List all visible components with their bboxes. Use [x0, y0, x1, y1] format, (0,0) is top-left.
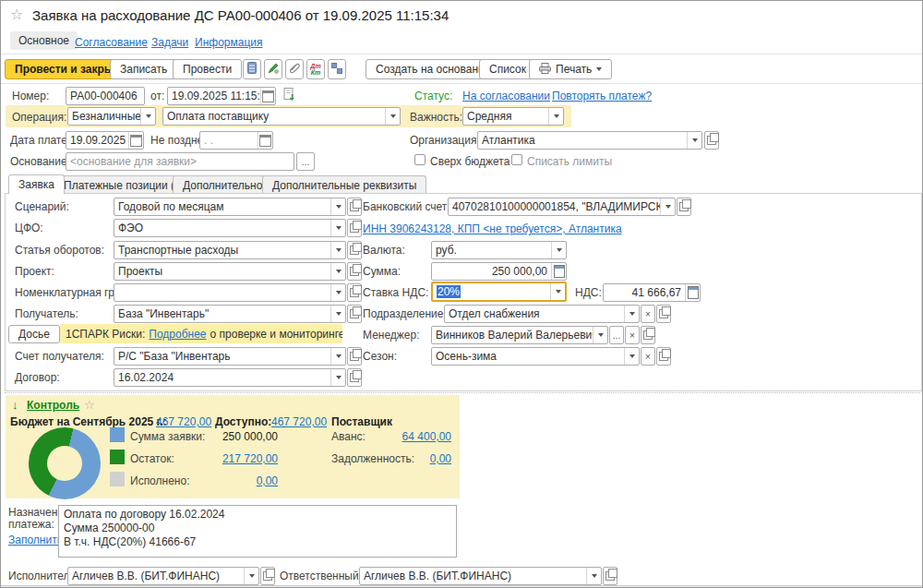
responsible-open-button[interactable] [603, 567, 617, 585]
collapse-arrow-icon[interactable]: ↓ [12, 398, 18, 412]
purpose-textarea[interactable]: Оплата по договору 16.02.2024 Сумма 2500… [58, 505, 457, 558]
season-open-button[interactable] [656, 347, 671, 366]
amount-input[interactable]: 250 000,00 [431, 262, 567, 281]
scenario-select[interactable]: Годовой по месяцам [114, 198, 346, 216]
department-clear-button[interactable]: × [641, 305, 655, 323]
calculator-icon[interactable] [685, 284, 700, 301]
over-budget-checkbox[interactable] [414, 154, 426, 165]
calendar-icon[interactable] [128, 132, 143, 149]
document-register-button[interactable] [243, 59, 261, 79]
inn-kpp-link[interactable]: ИНН 3906243128, КПП <не требуется>, Атла… [363, 222, 622, 235]
nav-tab-info[interactable]: Информация [195, 36, 262, 49]
available-value-link[interactable]: 467 720,00 [271, 415, 327, 428]
nav-tab-approval[interactable]: Согласование [75, 36, 148, 49]
tab-additional[interactable]: Дополнительно [173, 175, 272, 194]
recipient-open-button[interactable] [347, 305, 362, 323]
cfo-select[interactable]: ФЭО [114, 219, 346, 237]
related-documents-button[interactable] [328, 59, 346, 79]
recipient-account-select[interactable]: Р/С "База "Инвентарь [114, 347, 346, 366]
currency-select[interactable]: руб. [431, 241, 567, 259]
favorite-star-icon[interactable]: ☆ [10, 7, 23, 22]
debit-credit-button[interactable]: ДтКт [306, 59, 325, 79]
dossier-button[interactable]: Досье [8, 325, 60, 343]
write-off-limits-checkbox[interactable] [511, 154, 522, 165]
open-icon [263, 571, 272, 581]
operation-type-select[interactable]: Безналичные [67, 107, 156, 126]
chevron-down-icon[interactable] [687, 132, 701, 149]
chevron-down-icon[interactable] [140, 108, 155, 125]
control-link[interactable]: Контроль [27, 399, 79, 412]
importance-select[interactable]: Средняя [462, 107, 564, 126]
vat-amount-input[interactable]: 41 666,67 [603, 283, 701, 302]
executor-open-button[interactable] [260, 567, 275, 585]
status-link[interactable]: На согласовании [462, 90, 550, 102]
recipient-account-label: Счет получателя: [15, 350, 104, 363]
vat-amount-label: НДС: [575, 286, 602, 299]
season-clear-button[interactable]: × [641, 347, 655, 366]
turnover-item-select[interactable]: Транспортные расходы [114, 241, 346, 259]
turnover-item-open-button[interactable] [347, 241, 362, 259]
executor-select[interactable]: Агличев В.В. (БИТ.ФИНАНС) [67, 567, 259, 585]
sign-button[interactable] [264, 59, 282, 79]
advance-value-link[interactable]: 64 400,00 [370, 430, 451, 443]
basis-dots-button[interactable]: ... [296, 152, 315, 171]
budget-value-link[interactable]: 467 720,00 [156, 415, 211, 428]
department-open-button[interactable] [656, 305, 671, 323]
recipient-select[interactable]: База "Инвентарь" [114, 305, 346, 323]
nav-tab-main[interactable]: Основное [10, 31, 78, 50]
manager-label: Менеджер: [363, 329, 420, 342]
number-input[interactable]: РА00-000406 [66, 87, 145, 105]
save-button[interactable]: Записать [110, 59, 177, 79]
repeat-payment-link[interactable]: Повторять платеж? [552, 90, 652, 102]
calendar-icon[interactable] [260, 88, 275, 104]
not-later-input[interactable]: . . [199, 131, 273, 150]
legend-executed-value-link[interactable]: 0,00 [202, 474, 278, 487]
attachments-button[interactable] [285, 59, 304, 79]
manager-dots-button[interactable]: ... [609, 326, 624, 344]
scenario-label: Сценарий: [15, 200, 69, 213]
responsible-select[interactable]: Агличев В.В. (БИТ.ФИНАНС) [359, 567, 602, 585]
season-label: Сезон: [363, 350, 397, 363]
nomenclature-group-open-button[interactable] [347, 283, 362, 302]
project-select[interactable]: Проекты [114, 262, 346, 281]
print-button[interactable]: Печать [529, 59, 612, 79]
operation-kind-select[interactable]: Оплата поставщику [162, 107, 401, 126]
tab-request[interactable]: Заявка [8, 174, 65, 194]
season-select[interactable]: Осень-зима [431, 347, 640, 366]
basis-input[interactable]: <основание для заявки> [66, 152, 294, 171]
recipient-account-open-button[interactable] [347, 347, 362, 366]
scenario-open-button[interactable] [347, 198, 362, 216]
post-button[interactable]: Провести [173, 59, 242, 79]
spark-details-link[interactable]: Подробнее [149, 328, 206, 341]
manager-open-button[interactable] [641, 326, 655, 344]
organization-open-button[interactable] [704, 131, 719, 150]
chevron-down-icon[interactable] [385, 108, 400, 125]
fill-purpose-link[interactable]: Заполнить [8, 534, 63, 546]
nav-tab-tasks[interactable]: Задачи [151, 36, 188, 49]
tab-additional-requisites[interactable]: Дополнительные реквизиты [262, 175, 426, 194]
pay-date-input[interactable]: 19.09.2025 [66, 131, 144, 150]
bank-account-open-button[interactable] [677, 198, 691, 216]
chevron-down-icon[interactable] [548, 108, 563, 125]
contract-select[interactable]: 16.02.2024 [114, 368, 346, 387]
fill-from-template-icon[interactable] [283, 88, 296, 105]
manager-select[interactable]: Винников Валерий Валерьевич [431, 326, 608, 344]
contract-open-button[interactable] [347, 368, 362, 387]
organization-select[interactable]: Атлантика [477, 131, 702, 150]
calendar-icon[interactable] [258, 132, 272, 149]
list-button[interactable]: Список [479, 59, 536, 79]
datetime-input[interactable]: 19.09.2025 11:15:34 [167, 87, 276, 105]
cfo-open-button[interactable] [347, 219, 362, 237]
vat-rate-select[interactable]: 20% [431, 282, 567, 302]
purpose-label-line2: платежа: [8, 518, 54, 531]
available-label: Доступно: [215, 415, 271, 428]
manager-clear-button[interactable]: × [625, 326, 640, 344]
control-pin-star-icon[interactable]: ☆ [84, 398, 95, 413]
project-open-button[interactable] [347, 262, 362, 281]
debt-value-link[interactable]: 0,00 [370, 452, 451, 465]
calculator-icon[interactable] [551, 263, 566, 280]
bank-account-select[interactable]: 40702810100000001854, "ВЛАДИМИРСКИЙ" ФБ … [448, 198, 676, 216]
legend-remainder-value-link[interactable]: 217 720,00 [202, 452, 278, 465]
nomenclature-group-select[interactable] [114, 283, 346, 302]
department-select[interactable]: Отдел снабжения [444, 305, 640, 323]
